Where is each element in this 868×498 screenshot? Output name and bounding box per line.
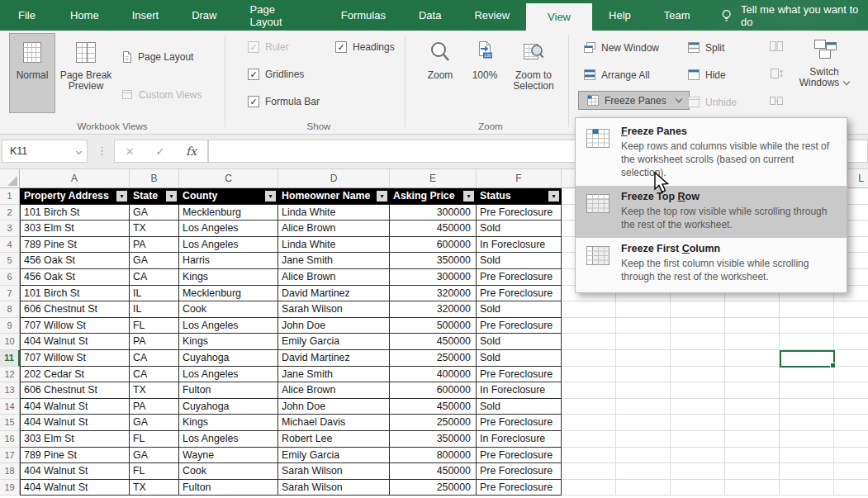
cell[interactable]: Pre Foreclosure bbox=[477, 463, 562, 480]
cell[interactable] bbox=[725, 480, 780, 496]
cell[interactable]: 456 Oak St bbox=[20, 253, 130, 269]
enter-icon[interactable]: ✓ bbox=[155, 145, 164, 158]
cell[interactable]: Los Angeles bbox=[179, 221, 278, 237]
table-header-cell[interactable]: State▾ bbox=[130, 188, 179, 205]
reset-window-position-button[interactable] bbox=[768, 94, 785, 107]
cell[interactable] bbox=[616, 463, 671, 480]
cell[interactable] bbox=[562, 448, 616, 464]
cell[interactable] bbox=[725, 318, 780, 334]
cell[interactable]: 250000 bbox=[390, 480, 477, 496]
cell[interactable] bbox=[725, 301, 780, 318]
cell[interactable] bbox=[562, 382, 616, 399]
cell[interactable] bbox=[616, 318, 671, 334]
cell[interactable] bbox=[671, 463, 725, 480]
tab-page-layout[interactable]: Page Layout bbox=[234, 0, 325, 31]
cell[interactable]: 404 Walnut St bbox=[20, 399, 130, 415]
page-break-preview-button[interactable]: Page Break Preview bbox=[58, 33, 114, 113]
cell[interactable]: Fulton bbox=[179, 480, 278, 496]
cell[interactable]: Kings bbox=[179, 334, 278, 350]
cell[interactable]: 404 Walnut St bbox=[20, 463, 130, 480]
cell[interactable] bbox=[834, 480, 868, 496]
cell[interactable] bbox=[834, 448, 868, 464]
tab-insert[interactable]: Insert bbox=[116, 0, 176, 31]
column-header[interactable]: F bbox=[477, 169, 562, 188]
new-window-button[interactable]: New Window bbox=[583, 41, 659, 54]
cell[interactable] bbox=[671, 448, 725, 464]
row-number[interactable]: 18 bbox=[0, 463, 20, 480]
cell[interactable]: Jane Smith bbox=[278, 253, 390, 269]
synchronous-scrolling-button[interactable] bbox=[768, 67, 785, 80]
cell[interactable]: TX bbox=[130, 221, 179, 237]
cell[interactable]: Cuyahoga bbox=[179, 350, 278, 367]
cell[interactable] bbox=[780, 399, 834, 415]
tab-team[interactable]: Team bbox=[647, 0, 707, 31]
tab-formulas[interactable]: Formulas bbox=[325, 0, 402, 31]
cell[interactable] bbox=[671, 334, 725, 350]
cell[interactable]: TX bbox=[130, 382, 179, 399]
cell[interactable]: 303 Elm St bbox=[20, 431, 130, 448]
cell[interactable] bbox=[780, 463, 834, 480]
cell[interactable] bbox=[725, 367, 780, 383]
row-number[interactable]: 12 bbox=[0, 367, 20, 383]
cell[interactable]: Pre Foreclosure bbox=[477, 286, 562, 302]
filter-button[interactable]: ▾ bbox=[116, 191, 127, 202]
row-number[interactable]: 13 bbox=[0, 382, 20, 399]
cell[interactable] bbox=[562, 431, 616, 448]
zoom-100-button[interactable]: 100 100% bbox=[464, 33, 505, 113]
row-number[interactable]: 8 bbox=[0, 301, 20, 318]
cell[interactable] bbox=[671, 399, 725, 415]
filter-button[interactable]: ▾ bbox=[548, 191, 559, 202]
row-number[interactable]: 5 bbox=[0, 253, 20, 269]
row-number[interactable]: 11 bbox=[0, 350, 20, 367]
row-number[interactable]: 10 bbox=[0, 334, 20, 350]
cell[interactable]: CA bbox=[130, 367, 179, 383]
cell[interactable] bbox=[616, 399, 671, 415]
cell[interactable]: In Foreclosure bbox=[477, 431, 562, 448]
cell[interactable]: IL bbox=[130, 286, 179, 302]
table-header-cell[interactable]: Homeowner Name▾ bbox=[278, 188, 390, 205]
formula-bar-checkbox[interactable]: ✓ Formula Bar bbox=[248, 96, 320, 107]
menu-item-freeze-first-column[interactable]: Freeze First Column Keep the first colum… bbox=[576, 238, 847, 290]
cell[interactable] bbox=[562, 367, 616, 383]
switch-windows-button[interactable]: Switch Windows bbox=[793, 31, 856, 116]
cell[interactable]: Pre Foreclosure bbox=[477, 415, 562, 431]
row-number[interactable]: 16 bbox=[0, 431, 20, 448]
cell[interactable] bbox=[671, 318, 725, 334]
cell[interactable]: IL bbox=[130, 301, 179, 318]
cell[interactable] bbox=[725, 399, 780, 415]
cell[interactable]: Linda White bbox=[278, 237, 390, 254]
cancel-icon[interactable]: ✕ bbox=[126, 145, 135, 158]
row-number[interactable]: 19 bbox=[0, 480, 20, 496]
cell[interactable]: Sold bbox=[477, 350, 562, 367]
cell[interactable]: TX bbox=[130, 480, 179, 496]
hide-button[interactable]: Hide bbox=[687, 69, 726, 81]
cell[interactable]: Fulton bbox=[179, 382, 278, 399]
column-header[interactable]: E bbox=[390, 169, 477, 188]
cell[interactable]: Sarah Wilson bbox=[278, 301, 390, 318]
cell[interactable]: Cuyahoga bbox=[179, 399, 278, 415]
tab-review[interactable]: Review bbox=[458, 0, 526, 31]
cell[interactable] bbox=[834, 301, 868, 318]
cell[interactable]: PA bbox=[130, 334, 179, 350]
row-number[interactable]: 15 bbox=[0, 415, 20, 431]
cell[interactable]: Sarah Wilson bbox=[278, 480, 390, 496]
cell[interactable]: John Doe bbox=[278, 399, 390, 415]
selected-cell[interactable] bbox=[780, 350, 835, 368]
cell[interactable] bbox=[834, 334, 868, 350]
cell[interactable]: CA bbox=[130, 269, 179, 286]
cell[interactable]: Harris bbox=[179, 253, 278, 269]
cell[interactable]: Mecklenburg bbox=[179, 205, 278, 221]
cell[interactable]: In Foreclosure bbox=[477, 237, 562, 254]
cell[interactable]: Los Angeles bbox=[179, 318, 278, 334]
cell[interactable]: Kings bbox=[179, 269, 278, 286]
column-header[interactable]: A bbox=[20, 169, 130, 188]
cell[interactable]: 500000 bbox=[390, 318, 477, 334]
cell[interactable]: Wayne bbox=[179, 448, 278, 464]
cell[interactable]: Los Angeles bbox=[179, 237, 278, 254]
cell[interactable] bbox=[562, 301, 616, 318]
cell[interactable] bbox=[834, 431, 868, 448]
cell[interactable] bbox=[616, 480, 671, 496]
tab-view[interactable]: View bbox=[526, 3, 592, 31]
cell[interactable] bbox=[562, 463, 616, 480]
cell[interactable]: 300000 bbox=[390, 205, 477, 221]
